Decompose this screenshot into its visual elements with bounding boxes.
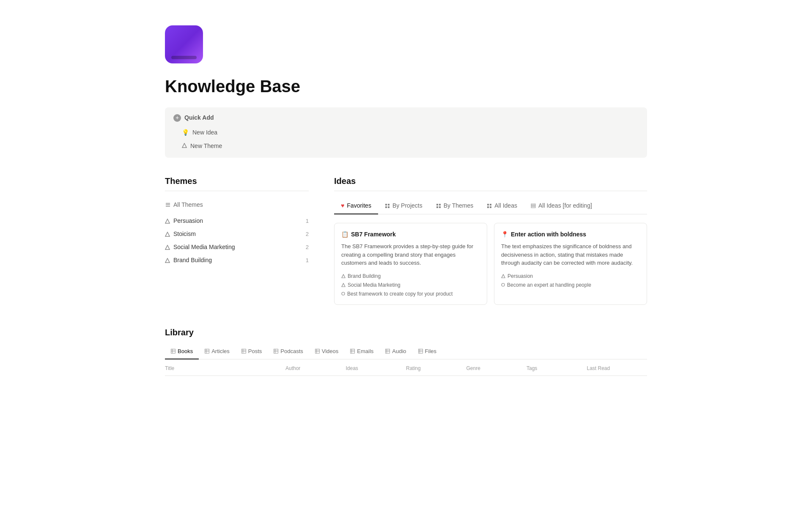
- header-last-read[interactable]: Last Read: [587, 364, 647, 372]
- card-emoji: 📍: [501, 230, 508, 239]
- theme-name: Stoicism: [173, 230, 196, 238]
- list-item[interactable]: Stoicism 2: [165, 227, 309, 241]
- svg-rect-36: [241, 349, 246, 353]
- tab-articles[interactable]: Articles: [199, 344, 236, 360]
- table-icon: [418, 349, 423, 354]
- tab-by-themes[interactable]: By Themes: [429, 198, 480, 214]
- tab-articles-label: Articles: [211, 347, 230, 356]
- svg-rect-11: [388, 206, 390, 208]
- table-header: Title Author Ideas Rating Genre Tags Las…: [165, 361, 647, 376]
- idea-card-tags: Persuasion Become an expert at handling …: [501, 272, 640, 289]
- tab-posts[interactable]: Posts: [236, 344, 268, 360]
- tab-podcasts[interactable]: Podcasts: [268, 344, 309, 360]
- triangle-icon-btn: [182, 143, 187, 149]
- page-title: Knowledge Base: [165, 74, 647, 99]
- svg-rect-48: [351, 349, 355, 353]
- tab-emails[interactable]: Emails: [344, 344, 379, 360]
- idea-card-title: 📋 SB7 Framework: [341, 230, 480, 239]
- idea-tag: Best framework to create copy for your p…: [341, 290, 480, 298]
- tag-label: Persuasion: [508, 272, 533, 280]
- svg-rect-20: [531, 204, 535, 205]
- theme-count: 2: [306, 243, 309, 252]
- header-title[interactable]: Title: [165, 364, 285, 372]
- svg-rect-14: [436, 206, 438, 208]
- header-tags-label: Tags: [527, 364, 537, 372]
- tag-label: Social Media Marketing: [348, 281, 401, 289]
- tab-posts-label: Posts: [248, 347, 262, 356]
- tab-by-projects-label: By Projects: [392, 201, 422, 210]
- svg-rect-12: [436, 204, 438, 206]
- themes-list: Persuasion 1 Stoicism 2 Social Media Mar…: [165, 214, 309, 267]
- quick-add-label: Quick Add: [184, 113, 214, 122]
- triangle-icon: [341, 283, 346, 287]
- svg-marker-7: [165, 258, 170, 263]
- themes-column: Themes All Themes Persuasion 1: [165, 175, 309, 305]
- header-rating[interactable]: Rating: [406, 364, 466, 372]
- header-ideas[interactable]: Ideas: [346, 364, 406, 372]
- ideas-tabs: ♥ Favorites By Projects By Themes All Id…: [334, 198, 647, 214]
- tab-all-ideas-editing-label: All Ideas [for editing]: [538, 201, 592, 210]
- tab-books[interactable]: Books: [165, 344, 199, 360]
- svg-rect-13: [439, 204, 441, 206]
- themes-section-title: Themes: [165, 175, 309, 191]
- new-idea-button[interactable]: 💡 New Idea: [177, 126, 222, 138]
- svg-marker-24: [342, 283, 345, 287]
- theme-count: 2: [306, 230, 309, 238]
- all-themes-link[interactable]: All Themes: [165, 198, 309, 212]
- app-logo: [165, 25, 203, 63]
- header-tags[interactable]: Tags: [527, 364, 587, 372]
- table-icon: [385, 349, 390, 354]
- tab-videos[interactable]: Videos: [309, 344, 345, 360]
- idea-card-boldness[interactable]: 📍 Enter action with boldness The text em…: [494, 223, 647, 305]
- svg-point-27: [502, 283, 505, 286]
- list-item[interactable]: Persuasion 1: [165, 214, 309, 227]
- plus-icon: +: [173, 114, 181, 122]
- table-icon: [315, 349, 320, 354]
- triangle-icon: [501, 274, 505, 278]
- idea-card-sb7[interactable]: 📋 SB7 Framework The SB7 Framework provid…: [334, 223, 487, 305]
- tab-files-label: Files: [425, 347, 436, 356]
- idea-card-title: 📍 Enter action with boldness: [501, 230, 640, 239]
- header-author-label: Author: [285, 364, 300, 372]
- svg-rect-32: [205, 349, 209, 353]
- svg-marker-0: [182, 143, 187, 148]
- header-author[interactable]: Author: [285, 364, 346, 372]
- new-theme-button[interactable]: New Theme: [177, 140, 227, 152]
- svg-marker-5: [165, 232, 170, 236]
- grid-icon: [436, 203, 441, 208]
- triangle-icon: [341, 274, 346, 278]
- tab-by-projects[interactable]: By Projects: [378, 198, 429, 214]
- header-genre[interactable]: Genre: [466, 364, 527, 372]
- table-icon: [171, 349, 176, 354]
- svg-rect-8: [385, 204, 387, 206]
- tag-label: Become an expert at handling people: [507, 281, 591, 289]
- svg-rect-16: [487, 204, 489, 206]
- tab-by-themes-label: By Themes: [444, 201, 474, 210]
- list-item[interactable]: Social Media Marketing 2: [165, 241, 309, 254]
- svg-rect-9: [388, 204, 390, 206]
- ideas-column: Ideas ♥ Favorites By Projects By Themes: [334, 175, 647, 305]
- svg-marker-23: [342, 274, 345, 278]
- ideas-section-title: Ideas: [334, 175, 647, 191]
- svg-rect-28: [171, 349, 176, 353]
- svg-marker-6: [165, 245, 170, 249]
- triangle-icon: [165, 219, 170, 224]
- idea-card-tags: Brand Building Social Media Marketing Be…: [341, 272, 480, 298]
- tab-podcasts-label: Podcasts: [280, 347, 303, 356]
- theme-name: Social Media Marketing: [173, 243, 235, 252]
- list-icon: [165, 202, 171, 208]
- tab-audio[interactable]: Audio: [379, 344, 412, 360]
- svg-rect-1: [166, 203, 170, 204]
- table-icon: [205, 349, 209, 354]
- new-idea-label: New Idea: [192, 129, 217, 136]
- card-title-text: Enter action with boldness: [511, 230, 586, 239]
- svg-rect-18: [487, 206, 489, 208]
- card-title-text: SB7 Framework: [351, 230, 396, 239]
- tab-all-ideas[interactable]: All Ideas: [480, 198, 524, 214]
- list-item[interactable]: Brand Building 1: [165, 254, 309, 267]
- tab-all-ideas-editing[interactable]: All Ideas [for editing]: [524, 198, 599, 214]
- tab-favorites[interactable]: ♥ Favorites: [334, 198, 378, 214]
- tab-files[interactable]: Files: [412, 344, 442, 360]
- svg-rect-17: [490, 204, 491, 206]
- quick-add-header[interactable]: + Quick Add: [173, 113, 639, 122]
